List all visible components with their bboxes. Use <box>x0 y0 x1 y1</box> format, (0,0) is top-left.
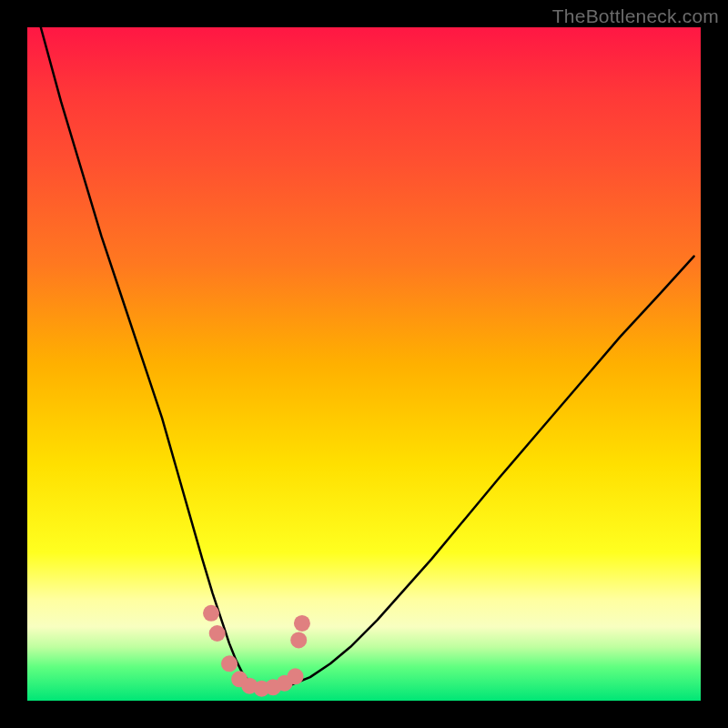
highlight-dot <box>288 668 304 684</box>
chart-overlay <box>27 27 701 701</box>
watermark-text: TheBottleneck.com <box>552 5 719 27</box>
bottleneck-curve <box>41 27 694 687</box>
highlight-dot <box>294 615 310 632</box>
highlight-dot <box>209 625 226 642</box>
highlight-dot <box>221 655 238 672</box>
plot-area <box>27 27 701 701</box>
chart-frame: TheBottleneck.com <box>0 0 728 728</box>
highlight-dot <box>203 605 219 622</box>
highlight-dot <box>290 632 307 648</box>
